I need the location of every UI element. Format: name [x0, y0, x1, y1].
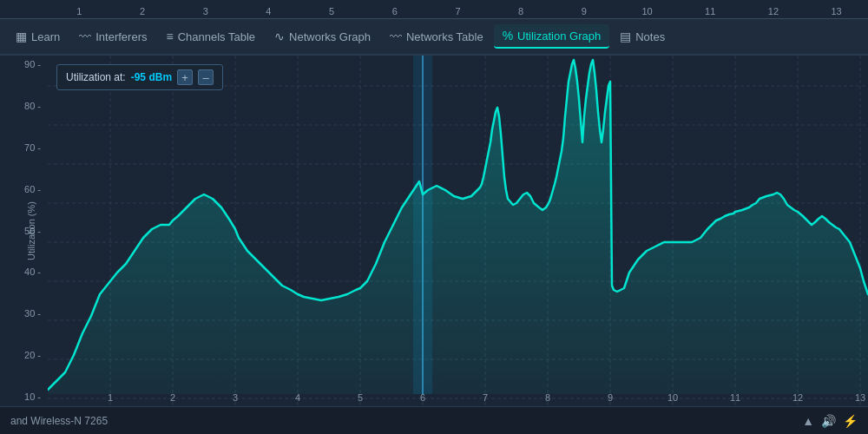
channels-table-icon: ≡ [167, 30, 174, 43]
speaker-icon: 🔊 [821, 414, 836, 428]
status-icons: ▲ 🔊 ⚡ [802, 414, 858, 428]
channel-tick-8: 8 [495, 6, 547, 16]
nav-label-notes: Notes [635, 30, 665, 43]
utilization-increase-button[interactable]: + [177, 69, 193, 85]
y-tick-40: 40 - [24, 267, 41, 277]
networks-table-icon: 〰 [390, 30, 402, 43]
y-tick-60: 60 - [24, 185, 41, 194]
utilization-control: Utilization at: -95 dBm + – [56, 64, 223, 90]
channel-tick-5: 5 [306, 6, 358, 16]
channel-tick-4: 4 [242, 6, 294, 16]
channel-tick-10: 10 [621, 6, 674, 16]
utilization-graph-icon: % [503, 29, 513, 43]
utilization-label-text: Utilization at: [66, 71, 126, 83]
channel-tick-2: 2 [116, 6, 168, 16]
learn-icon: ▦ [16, 30, 27, 43]
nav-item-networks-graph[interactable]: ∿ Networks Graph [266, 25, 379, 48]
notes-icon: ▤ [620, 30, 631, 43]
utilization-value: -95 dBm [131, 71, 172, 83]
utilization-decrease-button[interactable]: – [198, 69, 214, 85]
nav-item-learn[interactable]: ▦ Learn [7, 25, 69, 48]
channel-tick-13: 13 [811, 6, 863, 16]
channel-tick-3: 3 [180, 6, 232, 16]
chart-area: Utilization (%) 90 -80 -70 -60 -50 -40 -… [0, 56, 868, 406]
interferers-icon: 〰 [79, 30, 91, 43]
nav-item-notes[interactable]: ▤ Notes [611, 25, 674, 48]
status-bar: and Wireless-N 7265 ▲ 🔊 ⚡ [0, 406, 868, 434]
nav-label-interferers: Interferers [95, 30, 147, 43]
nav-item-utilization-graph[interactable]: % Utilization Graph [494, 24, 610, 49]
nav-label-utilization-graph: Utilization Graph [517, 30, 601, 43]
networks-graph-icon: ∿ [274, 30, 285, 43]
y-tick-80: 80 - [24, 102, 41, 111]
y-tick-20: 20 - [24, 351, 41, 360]
y-ticks: 90 -80 -70 -60 -50 -40 -30 -20 -10 - [24, 56, 41, 406]
channel-ticks: 12345678910111213 [48, 6, 868, 16]
arrow-up-icon: ▲ [802, 414, 814, 428]
nav-label-channels-table: Channels Table [178, 30, 255, 43]
channel-tick-11: 11 [684, 6, 736, 16]
chart-canvas: Utilization at: -95 dBm + – [48, 56, 868, 406]
y-tick-90: 90 - [24, 60, 41, 69]
svg-marker-37 [48, 60, 868, 394]
y-tick-10: 10 - [24, 392, 41, 402]
nav-item-channels-table[interactable]: ≡ Channels Table [158, 25, 265, 48]
nav-label-networks-graph: Networks Graph [289, 30, 371, 43]
channel-tick-12: 12 [747, 6, 799, 16]
status-text: and Wireless-N 7265 [10, 415, 108, 427]
y-axis: Utilization (%) 90 -80 -70 -60 -50 -40 -… [0, 56, 48, 406]
channel-ruler: 12345678910111213 [0, 0, 868, 19]
utilization-chart-svg: 1 2 3 4 5 6 7 8 9 10 11 12 13 [48, 56, 868, 406]
nav-item-interferers[interactable]: 〰 Interferers [70, 25, 155, 48]
nav-label-learn: Learn [31, 30, 60, 43]
channel-tick-7: 7 [431, 6, 483, 16]
nav-bar: ▦ Learn 〰 Interferers ≡ Channels Table ∿… [0, 19, 868, 56]
channel-tick-6: 6 [369, 6, 421, 16]
channel-tick-9: 9 [558, 6, 610, 16]
power-icon: ⚡ [843, 414, 858, 428]
nav-item-networks-table[interactable]: 〰 Networks Table [381, 25, 492, 48]
channel-tick-1: 1 [53, 6, 105, 16]
y-tick-50: 50 - [24, 227, 41, 236]
nav-label-networks-table: Networks Table [406, 30, 483, 43]
y-tick-30: 30 - [24, 309, 41, 319]
y-tick-70: 70 - [24, 143, 41, 153]
